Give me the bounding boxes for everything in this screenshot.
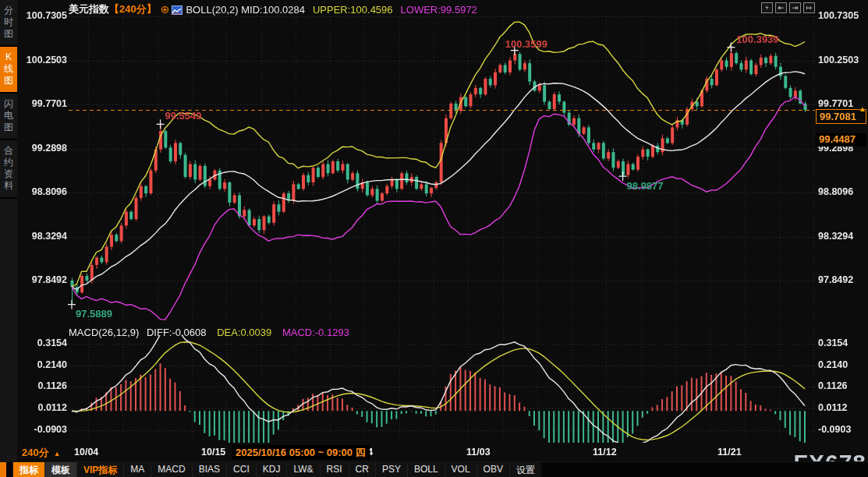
price-annotation: 100.3599 bbox=[505, 38, 547, 50]
toolbar-item-模板[interactable]: 模板 bbox=[44, 462, 76, 477]
time-axis-tick: 10/15 bbox=[201, 447, 225, 458]
indicator-toolbar-items: 指标模板VIP指标MAMACDBIASCCIKDJLW&RSICRPSYBOLL… bbox=[12, 462, 541, 477]
boll-upper-value: UPPER:100.4596 bbox=[313, 4, 393, 16]
macd-axis-tick-left: 0.2140 bbox=[20, 359, 67, 370]
time-range-tooltip: 2025/10/16 05:00 ~ 09:00 四 bbox=[232, 445, 370, 460]
time-axis-tick: 11/03 bbox=[466, 447, 491, 458]
sidebar-item-K线图[interactable]: K线图 bbox=[0, 47, 17, 94]
macd-macd-value: MACD:-0.1293 bbox=[282, 327, 349, 338]
macd-dea-value: DEA:0.0039 bbox=[217, 327, 271, 338]
macd-axis-tick-right: 0.0112 bbox=[818, 402, 848, 413]
price-axis-tick-right: 100.7305 bbox=[818, 10, 859, 21]
price-pointer-icon: ▲ bbox=[859, 102, 866, 115]
price-axis-tick-left: 99.2898 bbox=[20, 143, 67, 154]
mini-chart-icon[interactable] bbox=[172, 5, 182, 15]
expand-range-icon[interactable]: ⇥ bbox=[789, 2, 801, 13]
toolbar-item-KDJ[interactable]: KDJ bbox=[256, 462, 287, 477]
macd-axis-tick-right: 0.1126 bbox=[818, 380, 848, 391]
price-axis-tick-left: 98.8096 bbox=[20, 186, 67, 197]
macd-axis-tick-right: 0.2140 bbox=[818, 359, 848, 370]
corner-accent-block bbox=[0, 462, 6, 477]
toolbar-item-LW&[interactable]: LW& bbox=[286, 462, 319, 477]
macd-axis-tick-left: 0.0112 bbox=[20, 402, 67, 413]
period-label: 【240分】 bbox=[109, 3, 157, 15]
chart-type-sidebar: 分时图K线图闪电图合约资料 bbox=[0, 0, 17, 461]
price-annotation: 97.5889 bbox=[76, 308, 112, 320]
pan-crosshair-icon[interactable]: + bbox=[761, 2, 773, 13]
price-chart-canvas[interactable] bbox=[0, 0, 868, 477]
macd-axis-tick-right: -0.0903 bbox=[818, 424, 851, 435]
price-axis-tick-left: 98.3294 bbox=[20, 231, 67, 242]
macd-params-label: MACD(26,12,9) bbox=[69, 327, 139, 338]
boll-params-label: BOLL(20,2) MID:100.0284 bbox=[186, 3, 305, 15]
toolbar-item-MA[interactable]: MA bbox=[123, 462, 151, 477]
toolbar-item-CR[interactable]: CR bbox=[349, 462, 375, 477]
instrument-title: 美元指数 bbox=[69, 3, 109, 15]
toolbar-item-设置[interactable]: 设置 bbox=[509, 462, 541, 477]
compress-range-icon[interactable]: ⇤ bbox=[775, 2, 787, 13]
macd-header: MACD(26,12,9) DIFF:-0.0608 DEA:0.0039 MA… bbox=[69, 327, 349, 338]
chart-header: 美元指数【240分】⊕BOLL(20,2) MID:100.0284UPPER:… bbox=[69, 2, 477, 15]
toolbar-item-OBV[interactable]: OBV bbox=[477, 462, 509, 477]
goto-latest-icon[interactable]: ↦ bbox=[803, 2, 815, 13]
chart-toolbar-icons: +⇤⇥↦ bbox=[761, 2, 815, 13]
time-axis-tick: 10/04 bbox=[74, 447, 98, 458]
period-selector-label: 240分 bbox=[22, 447, 49, 458]
time-axis-tick: 11/12 bbox=[593, 447, 617, 458]
price-axis-tick-left: 100.2503 bbox=[20, 55, 67, 65]
price-annotation: 99.5549 bbox=[165, 110, 202, 122]
period-selector[interactable]: 240分▲ bbox=[22, 446, 61, 460]
price-axis-tick-left: 99.7701 bbox=[20, 98, 67, 109]
toolbar-item-指标[interactable]: 指标 bbox=[12, 462, 44, 477]
price-axis-tick-right: 99.7701 bbox=[818, 98, 853, 109]
price-axis-tick-left: 97.8492 bbox=[20, 274, 67, 285]
price-axis-tick-right: 100.2503 bbox=[818, 55, 859, 65]
secondary-price-box: 99.4487 bbox=[816, 133, 866, 147]
toolbar-item-BOLL[interactable]: BOLL bbox=[407, 462, 445, 477]
sidebar-item-分时图[interactable]: 分时图 bbox=[0, 0, 17, 47]
price-axis-tick-left: 100.7305 bbox=[20, 10, 67, 21]
time-axis-tick: 11/21 bbox=[717, 447, 742, 458]
current-price-box: 99.7081 ▲ bbox=[816, 109, 866, 124]
secondary-price-value: 99.4487 bbox=[819, 133, 856, 145]
boll-mid-value: MID:100.0284 bbox=[241, 4, 305, 16]
macd-diff-value: DIFF:-0.0608 bbox=[147, 327, 207, 338]
boll-lower-value: LOWER:99.5972 bbox=[401, 4, 477, 16]
chevron-up-icon: ▲ bbox=[54, 450, 61, 458]
price-annotation: 98.9877 bbox=[627, 180, 664, 192]
price-annotation: 100.3939 bbox=[736, 34, 778, 45]
toolbar-item-PSY[interactable]: PSY bbox=[375, 462, 407, 477]
current-price-value: 99.7081 bbox=[820, 111, 856, 122]
price-axis-tick-right: 98.8096 bbox=[818, 186, 853, 197]
price-axis-tick-right: 98.3294 bbox=[818, 231, 853, 242]
globe-icon[interactable]: ⊕ bbox=[161, 3, 170, 16]
toolbar-item-MACD[interactable]: MACD bbox=[151, 462, 191, 477]
macd-axis-tick-left: -0.0903 bbox=[20, 424, 67, 435]
macd-axis-tick-left: 0.1126 bbox=[20, 380, 67, 391]
toolbar-item-BIAS[interactable]: BIAS bbox=[192, 462, 226, 477]
toolbar-item-VOL[interactable]: VOL bbox=[445, 462, 477, 477]
price-axis-tick-right: 97.8492 bbox=[818, 274, 853, 285]
macd-axis-tick-right: 0.3154 bbox=[818, 337, 848, 348]
toolbar-item-VIP指标[interactable]: VIP指标 bbox=[76, 462, 123, 477]
macd-axis-tick-left: 0.3154 bbox=[20, 337, 67, 348]
indicator-toolbar: 指标模板VIP指标MAMACDBIASCCIKDJLW&RSICRPSYBOLL… bbox=[0, 461, 868, 477]
toolbar-item-RSI[interactable]: RSI bbox=[320, 462, 349, 477]
trading-app-window: 分时图K线图闪电图合约资料 美元指数【240分】⊕BOLL(20,2) MID:… bbox=[0, 0, 868, 477]
toolbar-item-CCI[interactable]: CCI bbox=[226, 462, 256, 477]
sidebar-item-闪电图[interactable]: 闪电图 bbox=[0, 94, 17, 140]
sidebar-item-合约资料[interactable]: 合约资料 bbox=[0, 140, 17, 199]
